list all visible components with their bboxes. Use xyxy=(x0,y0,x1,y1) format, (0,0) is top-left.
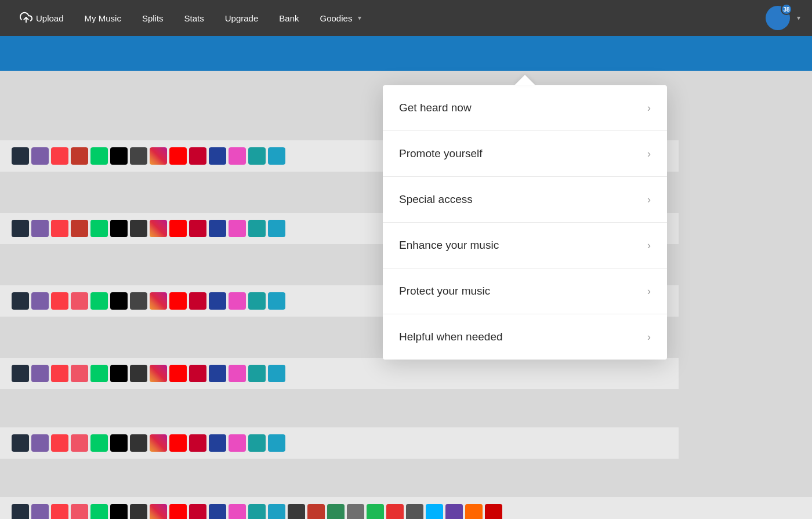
icon-r3-8 xyxy=(150,292,167,310)
icon-r3-5 xyxy=(90,292,108,310)
icon-r2-12 xyxy=(229,220,246,237)
icon-r6-14 xyxy=(268,504,285,519)
soundcloud-icon xyxy=(31,147,49,165)
dropdown-item-chevron-promote-yourself: › xyxy=(647,148,651,160)
dropdown-item-chevron-helpful-when-needed: › xyxy=(647,331,651,343)
icon-r4-13 xyxy=(248,365,266,382)
icon-r3-11 xyxy=(209,292,226,310)
dropdown-item-label-enhance-your-music: Enhance your music xyxy=(399,239,499,252)
icon-r2-14 xyxy=(268,220,285,237)
nav-upload[interactable]: Upload xyxy=(12,6,72,30)
dropdown-item-enhance-your-music[interactable]: Enhance your music› xyxy=(383,223,667,268)
nav-splits[interactable]: Splits xyxy=(134,9,172,28)
icon-r6-1 xyxy=(12,504,29,519)
dropdown-item-label-protect-your-music: Protect your music xyxy=(399,285,490,297)
bandcamp-icon xyxy=(130,147,147,165)
icon-r3-9 xyxy=(169,292,187,310)
icon-r2-3 xyxy=(51,220,68,237)
itunes-icon xyxy=(229,147,246,165)
icon-r4-3 xyxy=(51,365,68,382)
nav-bank[interactable]: Bank xyxy=(271,9,307,28)
icon-r4-8 xyxy=(150,365,167,382)
iheart-icon xyxy=(189,147,206,165)
icon-r4-14 xyxy=(268,365,285,382)
icon-r5-13 xyxy=(248,434,266,452)
dropdown-item-promote-yourself[interactable]: Promote yourself› xyxy=(383,131,667,177)
dropdown-item-special-access[interactable]: Special access› xyxy=(383,177,667,223)
music-row-5 xyxy=(0,427,679,459)
icon-r5-4 xyxy=(71,434,88,452)
dropdown-item-helpful-when-needed[interactable]: Helpful when needed› xyxy=(383,314,667,360)
icon-r6-9 xyxy=(169,504,187,519)
icon-r4-11 xyxy=(209,365,226,382)
icon-r6-6 xyxy=(110,504,128,519)
nav-my-music[interactable]: My Music xyxy=(77,9,129,28)
dropdown-item-get-heard-now[interactable]: Get heard now› xyxy=(383,85,667,131)
user-avatar[interactable]: 38 xyxy=(766,6,790,30)
icon-r5-3 xyxy=(51,434,68,452)
icon-r3-4 xyxy=(71,292,88,310)
music-row-inner xyxy=(12,434,285,452)
dropdown-item-chevron-special-access: › xyxy=(647,194,651,206)
icon-r4-6 xyxy=(110,365,128,382)
icon-r6-24 xyxy=(465,504,483,519)
icon-r5-11 xyxy=(209,434,226,452)
icon-r4-5 xyxy=(90,365,108,382)
dropdown-item-protect-your-music[interactable]: Protect your music› xyxy=(383,268,667,314)
icon-r5-10 xyxy=(189,434,206,452)
icon-r5-1 xyxy=(12,434,29,452)
nav-upgrade[interactable]: Upgrade xyxy=(217,9,267,28)
nav-goodies[interactable]: Goodies ▾ xyxy=(312,9,370,28)
icon-r6-18 xyxy=(347,504,364,519)
tidal-icon xyxy=(248,147,266,165)
dropdown-menu: Get heard now›Promote yourself›Special a… xyxy=(383,85,667,360)
icon-r3-3 xyxy=(51,292,68,310)
dropdown-arrow xyxy=(514,75,535,85)
dropdown-item-chevron-enhance-your-music: › xyxy=(647,239,651,252)
dropdown-item-label-special-access: Special access xyxy=(399,193,473,206)
icon-r6-3 xyxy=(51,504,68,519)
icon-r2-10 xyxy=(189,220,206,237)
icon-r3-6 xyxy=(110,292,128,310)
amazon-icon xyxy=(12,147,29,165)
icon-r5-14 xyxy=(268,434,285,452)
icon-r5-5 xyxy=(90,434,108,452)
icon-r5-12 xyxy=(229,434,246,452)
icon-r4-10 xyxy=(189,365,206,382)
icon-r3-2 xyxy=(31,292,49,310)
icon-r6-13 xyxy=(248,504,266,519)
icon-r6-7 xyxy=(130,504,147,519)
icon-r6-23 xyxy=(445,504,463,519)
music-row-inner xyxy=(12,220,285,237)
icon-r3-10 xyxy=(189,292,206,310)
nav-stats[interactable]: Stats xyxy=(176,9,212,28)
icon-r3-14 xyxy=(268,292,285,310)
pandora-icon xyxy=(209,147,226,165)
icon-r6-2 xyxy=(31,504,49,519)
icon-r6-25 xyxy=(485,504,502,519)
deezer-icon xyxy=(71,147,88,165)
icon-r6-15 xyxy=(288,504,305,519)
icon-r6-5 xyxy=(90,504,108,519)
icon-r6-17 xyxy=(327,504,345,519)
icon-r5-2 xyxy=(31,434,49,452)
icon-r2-2 xyxy=(31,220,49,237)
icon-r5-9 xyxy=(169,434,187,452)
dropdown-item-label-get-heard-now: Get heard now xyxy=(399,101,472,114)
icon-r5-8 xyxy=(150,434,167,452)
icon-r2-9 xyxy=(169,220,187,237)
dropdown-item-label-promote-yourself: Promote yourself xyxy=(399,147,483,160)
icon-r6-16 xyxy=(307,504,325,519)
icon-r6-20 xyxy=(386,504,404,519)
icon-r3-7 xyxy=(130,292,147,310)
icon-r4-1 xyxy=(12,365,29,382)
dropdown-item-chevron-get-heard-now: › xyxy=(647,102,651,114)
music-row-4 xyxy=(0,358,679,389)
music-row-inner xyxy=(12,504,502,519)
icon-r4-7 xyxy=(130,365,147,382)
icon-r4-4 xyxy=(71,365,88,382)
music-row-6 xyxy=(0,497,812,519)
icon-r4-12 xyxy=(229,365,246,382)
icon-r2-6 xyxy=(110,220,128,237)
icon-r4-9 xyxy=(169,365,187,382)
